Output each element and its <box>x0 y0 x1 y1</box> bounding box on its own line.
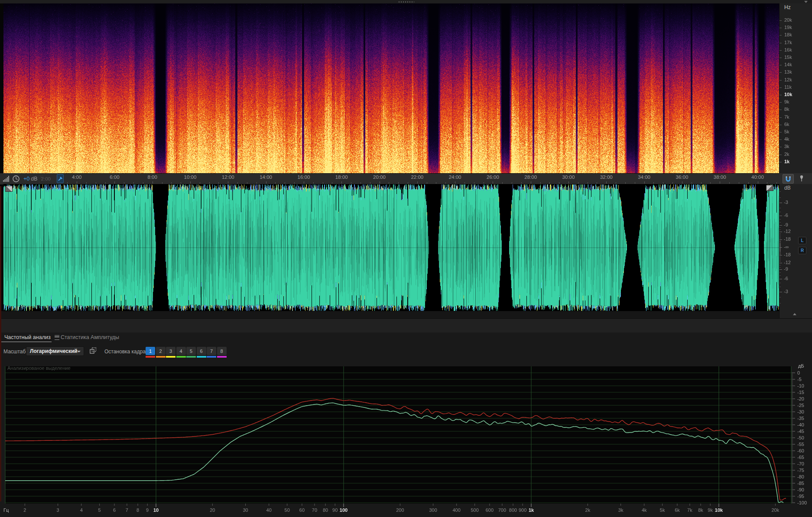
tab-frequency-analysis[interactable]: Частотный анализ <box>4 334 59 340</box>
snap-magnet-button[interactable] <box>783 174 794 184</box>
timeline-tick <box>493 181 493 184</box>
timeline-tick <box>597 182 597 184</box>
hold-button-1[interactable]: 1 <box>146 347 155 355</box>
hold-button-2[interactable]: 2 <box>156 347 166 355</box>
timeline-tick <box>445 182 446 184</box>
timeline-tick <box>521 182 522 184</box>
waveform-canvas[interactable] <box>3 184 779 311</box>
timeline-tick <box>266 181 266 184</box>
panel-tabs: Частотный анализ Статистика Амплитуды <box>0 333 812 343</box>
tab-amplitude-statistics[interactable]: Статистика Амплитуды <box>61 334 119 340</box>
channel-left-button[interactable]: L <box>798 237 806 244</box>
timeline-tick <box>502 182 503 184</box>
hold-button-3[interactable]: 3 <box>166 347 175 355</box>
waveform-footer-strip <box>0 311 779 319</box>
timeline-tick <box>767 182 767 184</box>
fade-out-handle[interactable] <box>766 185 773 191</box>
timeline-tick <box>105 182 106 184</box>
analysis-controls: Масштаб: Логарифмический Остановка кадра… <box>0 344 812 361</box>
hold-label: Остановка кадра: <box>104 349 147 355</box>
timeline-tick <box>237 182 238 184</box>
timeline-tick <box>531 181 531 184</box>
timeline-label: 14:00 <box>257 174 276 180</box>
timeline-label: 32:00 <box>597 174 616 180</box>
levels-icon[interactable] <box>3 175 10 182</box>
timeline-tick <box>323 182 323 184</box>
timeline-tick <box>559 182 559 184</box>
scale-dropdown[interactable]: Логарифмический <box>26 346 84 356</box>
timeline-tick <box>351 182 351 184</box>
timeline-tick <box>389 182 389 184</box>
timeline-tick <box>710 182 711 184</box>
active-tab-underline <box>0 342 52 342</box>
timeline-tick <box>190 181 191 184</box>
timeline-label: 8:00 <box>143 174 162 180</box>
frequency-ruler-unit: Hz <box>784 4 791 10</box>
clock-icon[interactable] <box>12 175 20 183</box>
hold-button-color <box>176 356 186 358</box>
timeline-tick <box>616 182 616 184</box>
timeline-tick <box>77 181 77 184</box>
timeline-tick <box>625 182 626 184</box>
hold-button-color <box>207 356 216 358</box>
timeline-ticks: 2:004:006:008:0010:0012:0014:0016:0018:0… <box>0 173 779 184</box>
timeline-tick <box>96 182 96 184</box>
timeline-tick <box>341 181 342 184</box>
timeline-tick <box>380 181 380 184</box>
audio-editor-window: Hz 2:004:006:008:0010:0012:0014:0016:001… <box>0 0 812 517</box>
timeline-tick <box>748 182 749 184</box>
timeline-label: 38:00 <box>710 174 729 180</box>
timeline-tick <box>162 182 162 184</box>
scale-dropdown-value: Логарифмический <box>30 348 78 354</box>
timeline-tick <box>549 182 550 184</box>
timeline-tick <box>361 182 361 184</box>
hold-button-8[interactable]: 8 <box>217 347 227 355</box>
timeline-tick <box>67 182 68 184</box>
timeline-tick <box>484 182 484 184</box>
timeline-label: 24:00 <box>445 174 464 180</box>
timeline-label: 26:00 <box>483 174 502 180</box>
amplitude-ruler[interactable] <box>779 184 812 318</box>
hold-button-5[interactable]: 5 <box>186 347 196 355</box>
fade-in-handle[interactable] <box>5 186 13 192</box>
timeline-tick <box>663 182 663 184</box>
hold-button-7[interactable]: 7 <box>207 347 216 355</box>
timeline-tick <box>776 182 777 184</box>
timeline-tick <box>588 182 588 184</box>
timeline-label: 16:00 <box>294 174 313 180</box>
timeline-tick <box>218 182 219 184</box>
timeline-label: 6:00 <box>105 174 124 180</box>
ruler-scroll-arrow-icon[interactable] <box>793 313 796 315</box>
pin-button[interactable] <box>57 174 64 183</box>
timeline-tick <box>729 182 730 184</box>
hold-button-4[interactable]: 4 <box>176 347 186 355</box>
timeline-tick <box>540 182 541 184</box>
amplitude-ruler-unit: dB <box>784 185 791 191</box>
scale-label: Масштаб: <box>3 349 27 355</box>
timeline-tick <box>247 182 247 184</box>
timeline-tick <box>739 182 739 184</box>
timeline-tick <box>228 181 228 184</box>
timeline-label: 18:00 <box>332 174 351 180</box>
chevron-down-icon <box>77 351 81 352</box>
channel-right-button[interactable]: R <box>798 247 806 254</box>
marker-button[interactable] <box>797 174 806 183</box>
timeline-tick <box>568 181 569 184</box>
panel-grip-handle[interactable] <box>399 1 414 3</box>
timeline-corner <box>779 173 812 184</box>
gain-indicator[interactable]: +0dB <box>23 176 38 182</box>
frequency-analysis-panel: Частотный анализ Статистика Амплитуды Ма… <box>0 333 812 517</box>
timeline-tick <box>124 182 124 184</box>
copy-snapshot-button[interactable] <box>89 347 97 356</box>
timeline-tick <box>398 182 399 184</box>
panel-menu-icon[interactable] <box>55 335 59 340</box>
timeline-tick <box>512 182 512 184</box>
hold-button-6[interactable]: 6 <box>197 347 206 355</box>
spectrogram-canvas[interactable] <box>3 3 779 173</box>
timeline-tick <box>720 181 720 184</box>
frequency-ruler[interactable] <box>779 3 812 173</box>
timeline-tick <box>181 182 181 184</box>
hold-button-color <box>146 356 155 358</box>
panel-menu-arrow-icon[interactable] <box>804 1 808 3</box>
timeline-tick <box>114 181 115 184</box>
